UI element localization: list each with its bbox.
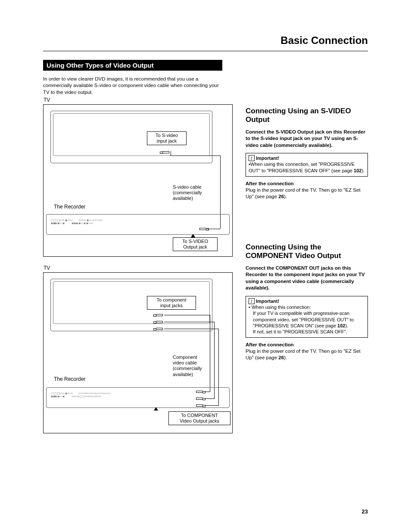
svideo-plug-recorder <box>199 228 209 230</box>
svideo-heading: Connecting Using an S-VIDEO Output <box>246 107 368 124</box>
diagrams-column: TV To S-videoinput jack S-video cable(co… <box>43 104 233 449</box>
component-plug-tv-2 <box>153 321 164 323</box>
svideo-important-body: •When using this connection, set "PROGRE… <box>249 161 365 174</box>
component-important-body: If your TV is compatible with progressiv… <box>249 310 365 335</box>
title-rule <box>43 51 368 51</box>
important-label: !Important! <box>249 155 365 161</box>
component-important-line1: • When using this connection: <box>249 304 365 310</box>
page-title: Basic Connection <box>43 34 368 47</box>
component-cable-note: Componentvideo cable(commerciallyavailab… <box>173 355 202 377</box>
component-plug-rec-1 <box>195 391 206 393</box>
svideo-important-box: !Important! •When using this connection,… <box>246 153 368 177</box>
component-important-box: !Important! • When using this connection… <box>246 296 368 338</box>
section-bar: Using Other Types of Video Output <box>43 60 222 71</box>
to-svideo-input-note: To S-videoinput jack <box>147 131 187 145</box>
recorder-label: The Recorder <box>54 204 85 210</box>
svg-text:!: ! <box>251 299 252 304</box>
important-icon: ! <box>249 298 255 304</box>
instructions-column: Connecting Using an S-VIDEO Output Conne… <box>246 104 368 449</box>
important-icon: ! <box>249 155 255 161</box>
to-component-output-note: To COMPONENTVideo Output jacks <box>168 411 230 425</box>
svideo-after-heading: After the connection <box>246 181 368 186</box>
component-after-body: Plug in the power cord of the TV. Then g… <box>246 348 368 361</box>
component-heading: Connecting Using the COMPONENT Video Out… <box>246 243 368 260</box>
important-label-2: !Important! <box>249 298 365 304</box>
svg-text:!: ! <box>251 156 252 161</box>
component-plug-tv-3 <box>153 328 164 330</box>
svideo-after-body: Plug in the power cord of the TV. Then g… <box>246 187 368 200</box>
component-plug-tv-1 <box>153 314 164 316</box>
recorder-label-2: The Recorder <box>54 376 85 382</box>
tv-label: TV <box>44 97 50 103</box>
component-instruction: Connect the COMPONENT OUT jacks on this … <box>246 265 368 292</box>
component-after-heading: After the connection <box>246 342 368 347</box>
component-plug-rec-3 <box>195 404 206 407</box>
to-svideo-output-note: To S-VIDEOOutput jack <box>173 237 218 251</box>
to-component-input-note: To componentinput jacks <box>147 296 196 310</box>
svideo-instruction: Connect the S-VIDEO Output jack on this … <box>246 129 368 149</box>
recorder-illustration: ▢◯ ◯▭▭ ◉ ▭▭ ▭▭▭ ◉ ▭ ▭▭ ▭▭◉◉◉ ◉▭ ◉ ◉◉◉ ◉▭… <box>46 214 230 235</box>
intro-paragraph: In order to view clearer DVD images, it … <box>43 76 224 96</box>
component-plug-rec-2 <box>195 398 206 400</box>
svideo-diagram: TV To S-videoinput jack S-video cable(co… <box>43 104 233 257</box>
tv-label-2: TV <box>44 265 50 271</box>
svideo-cable-note: S-video cable(commerciallyavailable) <box>173 184 202 202</box>
svideo-plug-tv <box>160 151 170 153</box>
component-diagram: TV To componentinput jacks Componentvide… <box>43 272 233 433</box>
